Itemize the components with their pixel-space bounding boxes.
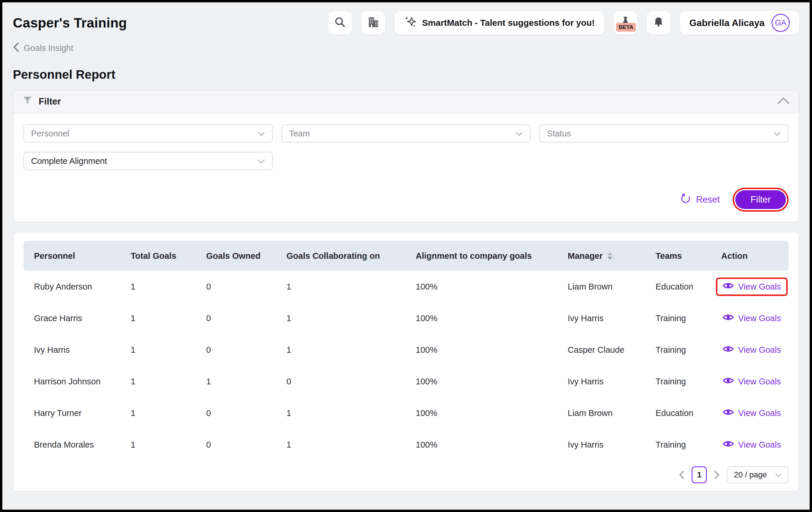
eye-icon bbox=[723, 409, 734, 418]
breadcrumb[interactable]: Goals Insight bbox=[13, 42, 73, 54]
labs-button[interactable]: BETA bbox=[614, 11, 637, 34]
user-name: Gabriella Alicaya bbox=[689, 18, 764, 28]
prev-page-button[interactable] bbox=[679, 471, 685, 479]
cell-alignment: 100% bbox=[416, 409, 568, 418]
cell-action: View Goals bbox=[721, 277, 789, 296]
beta-badge: BETA bbox=[616, 23, 636, 32]
chevron-up-icon[interactable] bbox=[777, 96, 790, 107]
view-goals-label: View Goals bbox=[738, 313, 781, 323]
cell-total-goals: 1 bbox=[130, 440, 206, 450]
cell-goals-owned: 0 bbox=[206, 345, 287, 355]
view-goals-link[interactable]: View Goals bbox=[716, 341, 788, 359]
alignment-select-value: Complete Alignment bbox=[31, 156, 107, 166]
cell-manager: Casper Claude bbox=[568, 345, 656, 355]
top-bar-actions: SmartMatch - Talent suggestions for you!… bbox=[328, 11, 799, 34]
breadcrumb-label: Goals Insight bbox=[24, 43, 73, 53]
alignment-select[interactable]: Complete Alignment bbox=[23, 152, 273, 170]
cell-teams: Education bbox=[656, 282, 721, 292]
column-header-manager[interactable]: Manager bbox=[568, 251, 656, 261]
cell-total-goals: 1 bbox=[130, 345, 206, 355]
view-goals-link[interactable]: View Goals bbox=[716, 435, 788, 454]
filter-fields-row: Personnel Team Status bbox=[23, 124, 789, 143]
smartmatch-label: SmartMatch - Talent suggestions for you! bbox=[422, 18, 595, 28]
cell-manager: Ivy Harris bbox=[568, 377, 656, 386]
view-goals-label: View Goals bbox=[738, 409, 781, 418]
personnel-table: Personnel Total Goals Goals Owned Goals … bbox=[13, 232, 799, 491]
cell-total-goals: 1 bbox=[130, 282, 206, 292]
cell-goals-collaborating: 1 bbox=[287, 282, 416, 292]
cell-teams: Training bbox=[656, 313, 721, 323]
search-icon bbox=[334, 16, 346, 30]
view-goals-link[interactable]: View Goals bbox=[716, 372, 788, 391]
table-row: Ruby Anderson 1 0 1 100% Liam Brown Educ… bbox=[23, 271, 789, 302]
user-menu[interactable]: Gabriella Alicaya GA bbox=[680, 11, 799, 34]
filter-panel-header[interactable]: Filter bbox=[13, 90, 799, 113]
cell-goals-collaborating: 1 bbox=[287, 345, 416, 355]
cell-teams: Education bbox=[656, 409, 721, 418]
red-annotation-box: Filter bbox=[733, 188, 789, 212]
table-row: Grace Harris 1 0 1 100% Ivy Harris Train… bbox=[23, 302, 789, 334]
cell-action: View Goals bbox=[721, 372, 789, 391]
table-row: Ivy Harris 1 0 1 100% Casper Claude Trai… bbox=[23, 334, 789, 366]
cell-goals-owned: 0 bbox=[206, 440, 287, 450]
next-page-button[interactable] bbox=[714, 471, 720, 479]
smartmatch-banner[interactable]: SmartMatch - Talent suggestions for you! bbox=[395, 11, 604, 34]
cell-goals-owned: 1 bbox=[206, 377, 287, 386]
cell-teams: Training bbox=[656, 345, 721, 355]
pagination: 1 20 / page bbox=[23, 466, 789, 483]
current-page-button[interactable]: 1 bbox=[692, 466, 707, 483]
page-size-value: 20 / page bbox=[734, 471, 767, 480]
cell-personnel: Ivy Harris bbox=[34, 345, 130, 355]
column-header-total-goals: Total Goals bbox=[130, 251, 206, 261]
cell-action: View Goals bbox=[721, 341, 789, 359]
view-goals-link[interactable]: View Goals bbox=[716, 277, 788, 296]
reset-button[interactable]: Reset bbox=[680, 193, 720, 206]
reset-icon bbox=[680, 193, 691, 206]
company-button[interactable] bbox=[361, 11, 385, 34]
view-goals-link[interactable]: View Goals bbox=[716, 404, 788, 422]
page-size-select[interactable]: 20 / page bbox=[727, 466, 789, 483]
cell-goals-collaborating: 0 bbox=[287, 377, 416, 386]
building-icon bbox=[367, 16, 380, 30]
cell-teams: Training bbox=[656, 377, 721, 386]
eye-icon bbox=[723, 313, 734, 323]
column-header-goals-owned: Goals Owned bbox=[206, 251, 287, 261]
personnel-select-value: Personnel bbox=[31, 129, 69, 139]
table-row: Harry Turner 1 0 1 100% Liam Brown Educa… bbox=[23, 397, 789, 429]
reset-label: Reset bbox=[696, 194, 720, 205]
notifications-button[interactable] bbox=[647, 11, 670, 34]
view-goals-label: View Goals bbox=[738, 282, 781, 292]
filter-actions: Reset Filter bbox=[23, 188, 789, 212]
funnel-icon bbox=[22, 95, 33, 108]
view-goals-label: View Goals bbox=[738, 345, 781, 355]
cell-goals-collaborating: 1 bbox=[287, 409, 416, 418]
cell-alignment: 100% bbox=[416, 313, 568, 323]
filter-panel: Filter Personnel Team Status bbox=[13, 90, 799, 222]
filter-submit-button[interactable]: Filter bbox=[735, 190, 786, 209]
cell-goals-owned: 0 bbox=[206, 313, 287, 323]
column-header-goals-collaborating: Goals Collaborating on bbox=[287, 251, 416, 261]
view-goals-link[interactable]: View Goals bbox=[716, 309, 788, 328]
cell-alignment: 100% bbox=[416, 440, 568, 450]
status-select[interactable]: Status bbox=[539, 124, 789, 143]
personnel-select[interactable]: Personnel bbox=[23, 124, 273, 143]
cell-action: View Goals bbox=[721, 404, 789, 422]
search-button[interactable] bbox=[328, 11, 352, 34]
sparkles-icon bbox=[404, 16, 417, 30]
cell-goals-collaborating: 1 bbox=[287, 440, 416, 450]
view-goals-label: View Goals bbox=[738, 440, 781, 450]
app-title: Casper's Training bbox=[13, 15, 127, 31]
column-header-teams: Teams bbox=[656, 251, 721, 261]
cell-goals-owned: 0 bbox=[206, 409, 287, 418]
column-header-alignment: Alignment to company goals bbox=[416, 251, 568, 261]
team-select[interactable]: Team bbox=[282, 124, 531, 143]
cell-manager: Liam Brown bbox=[568, 282, 656, 292]
cell-manager: Ivy Harris bbox=[568, 313, 656, 323]
cell-goals-owned: 0 bbox=[206, 282, 287, 292]
cell-total-goals: 1 bbox=[130, 313, 206, 323]
cell-manager: Ivy Harris bbox=[568, 440, 656, 450]
cell-alignment: 100% bbox=[416, 282, 568, 292]
table-header-row: Personnel Total Goals Goals Owned Goals … bbox=[23, 241, 789, 271]
page-title: Personnel Report bbox=[13, 68, 799, 82]
manager-header-label: Manager bbox=[568, 251, 603, 261]
